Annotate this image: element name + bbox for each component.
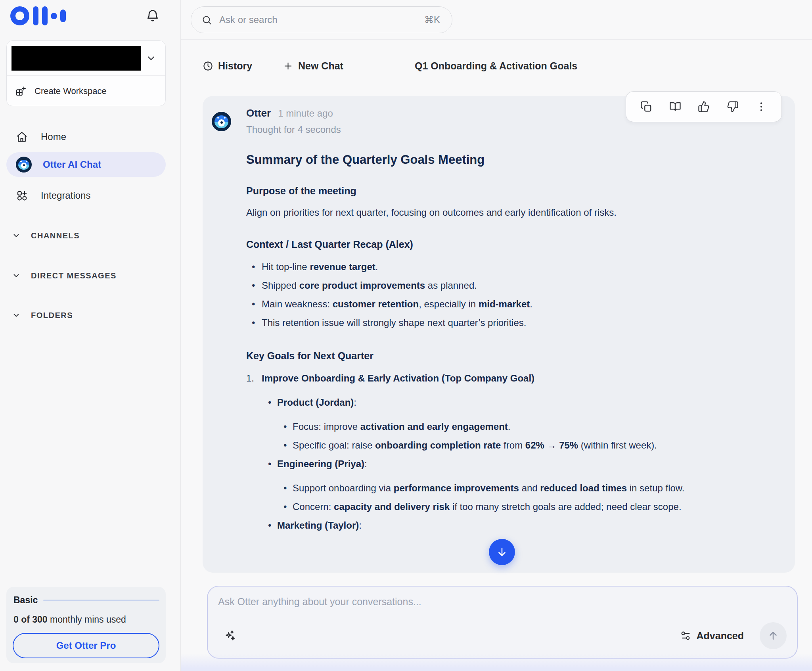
message-timestamp: 1 minute ago: [278, 108, 333, 119]
create-workspace-icon: [15, 85, 27, 97]
bullet-marker: •: [246, 276, 262, 295]
bullet-marker: •: [277, 497, 293, 516]
sidebar-section-label: CHANNELS: [31, 231, 80, 240]
create-workspace-button[interactable]: Create Workspace: [7, 76, 165, 106]
plan-usage-count: 0 of 300: [13, 614, 48, 625]
notifications-bell-icon[interactable]: [146, 9, 160, 23]
message-heading: Summary of the Quarterly Goals Meeting: [246, 153, 779, 167]
otter-logo[interactable]: [10, 6, 66, 25]
assistant-message-card: Otter 1 minute ago Thought for 4 seconds…: [203, 96, 795, 573]
advanced-label: Advanced: [697, 630, 744, 642]
chevron-down-icon: [146, 53, 157, 64]
bullet-marker: •: [246, 313, 262, 332]
sidebar-item-label: Integrations: [41, 190, 90, 201]
list-item: •Product (Jordan):•Focus: improve activa…: [262, 393, 779, 454]
sidebar-item-label: Home: [41, 131, 66, 142]
bullet-marker: •: [262, 393, 277, 412]
otter-avatar-icon: [16, 157, 32, 173]
chevron-down-icon: [12, 231, 21, 240]
list-item-text: Support onboarding via performance impro…: [293, 479, 779, 497]
arrow-up-icon: [767, 630, 779, 642]
chat-header: History New Chat Q1 Onboarding & Activat…: [181, 52, 812, 79]
sidebar-section-folders[interactable]: FOLDERS: [12, 306, 170, 325]
advanced-button[interactable]: Advanced: [680, 630, 744, 642]
new-chat-button[interactable]: New Chat: [283, 52, 343, 79]
history-label: History: [218, 60, 252, 72]
otter-logo-bar: [42, 6, 48, 25]
workspace-selector[interactable]: [7, 41, 165, 76]
sidebar: Create Workspace Home Otter AI Chat: [0, 0, 181, 671]
history-button[interactable]: History: [203, 52, 252, 79]
bullet-marker: •: [277, 436, 293, 454]
plus-icon: [283, 61, 293, 71]
search-shortcut-hint: ⌘K: [424, 14, 440, 25]
numbered-list: 1.Improve Onboarding & Early Activation …: [246, 369, 779, 535]
search-placeholder: Ask or search: [219, 14, 424, 25]
bullet-marker: •: [277, 417, 293, 436]
scroll-to-bottom-button[interactable]: [489, 539, 515, 565]
list-number: 1.: [246, 369, 262, 387]
list-item-text: This retention issue will strongly shape…: [262, 313, 779, 332]
message-heading: Context / Last Quarter Recap (Alex): [246, 239, 779, 250]
list-item: •Engineering (Priya):•Support onboarding…: [262, 454, 779, 516]
list-item-text: Shipped core product improvements as pla…: [262, 276, 779, 295]
list-item: •Focus: improve activation and early eng…: [277, 417, 779, 436]
list-item: •Main weakness: customer retention, espe…: [246, 295, 779, 313]
plan-name: Basic: [13, 595, 38, 606]
otter-logo-dot: [51, 13, 57, 19]
bullet-marker: •: [246, 257, 262, 276]
sidebar-item-home[interactable]: Home: [6, 125, 166, 149]
workspace-card: Create Workspace: [6, 40, 166, 106]
topbar: Ask or search ⌘K: [181, 0, 812, 40]
otter-nose: [220, 121, 223, 124]
composer: Advanced: [207, 586, 798, 659]
bullet-marker: •: [277, 479, 293, 497]
list-item-text: Main weakness: customer retention, espec…: [262, 295, 779, 313]
composer-input[interactable]: [218, 596, 654, 621]
list-item: •Marketing (Taylor):: [262, 516, 779, 535]
bullet-list: •Hit top-line revenue target.•Shipped co…: [246, 257, 779, 332]
chevron-down-icon: [12, 311, 21, 320]
usage-progress-track: [43, 600, 159, 601]
message-actions-toolbar: [626, 91, 782, 122]
sidebar-item-label: Otter AI Chat: [43, 159, 101, 170]
thumbs-up-icon[interactable]: [698, 101, 710, 113]
list-item: •Concern: capacity and delivery risk if …: [277, 497, 779, 516]
sidebar-item-integrations[interactable]: Integrations: [6, 183, 166, 208]
sidebar-section-direct-messages[interactable]: DIRECT MESSAGES: [12, 266, 170, 285]
clock-icon: [203, 61, 213, 71]
sliders-icon: [680, 630, 691, 641]
arrow-down-icon: [496, 546, 508, 558]
otter-logo-o: [10, 6, 29, 25]
list-item-text: Concern: capacity and delivery risk if t…: [293, 497, 779, 516]
more-options-icon[interactable]: [755, 101, 767, 113]
open-book-icon[interactable]: [669, 101, 681, 113]
message-heading: Key Goals for Next Quarter: [246, 350, 779, 362]
search-input[interactable]: Ask or search ⌘K: [191, 6, 452, 33]
sidebar-section-channels[interactable]: CHANNELS: [12, 226, 170, 245]
get-otter-pro-button[interactable]: Get Otter Pro: [13, 633, 159, 658]
bullet-list: •Support onboarding via performance impr…: [277, 479, 779, 516]
bullet-list: •Focus: improve activation and early eng…: [277, 417, 779, 454]
message-body: Summary of the Quarterly Goals MeetingPu…: [246, 153, 779, 535]
bullet-marker: •: [262, 516, 277, 535]
chevron-down-icon: [12, 271, 21, 280]
thumbs-down-icon[interactable]: [727, 101, 739, 113]
sidebar-section-label: FOLDERS: [31, 311, 73, 320]
list-item-text: Marketing (Taylor):: [277, 516, 779, 535]
plan-card: Basic 0 of 300 monthly mins used Get Ott…: [6, 587, 166, 663]
send-button[interactable]: [760, 622, 787, 649]
list-item: •Specific goal: raise onboarding complet…: [277, 436, 779, 454]
list-item: •Support onboarding via performance impr…: [277, 479, 779, 497]
sidebar-item-otter-ai-chat[interactable]: Otter AI Chat: [6, 152, 166, 177]
copy-icon[interactable]: [640, 101, 652, 113]
sparkles-icon[interactable]: [224, 629, 237, 642]
list-item: •This retention issue will strongly shap…: [246, 313, 779, 332]
list-item-text: Product (Jordan):: [277, 393, 779, 412]
create-workspace-label: Create Workspace: [34, 86, 107, 96]
thought-duration: Thought for 4 seconds: [246, 124, 779, 135]
list-item-text: Improve Onboarding & Early Activation (T…: [262, 369, 779, 387]
home-icon: [16, 131, 28, 143]
search-icon: [201, 15, 212, 25]
list-item-text: Specific goal: raise onboarding completi…: [293, 436, 779, 454]
